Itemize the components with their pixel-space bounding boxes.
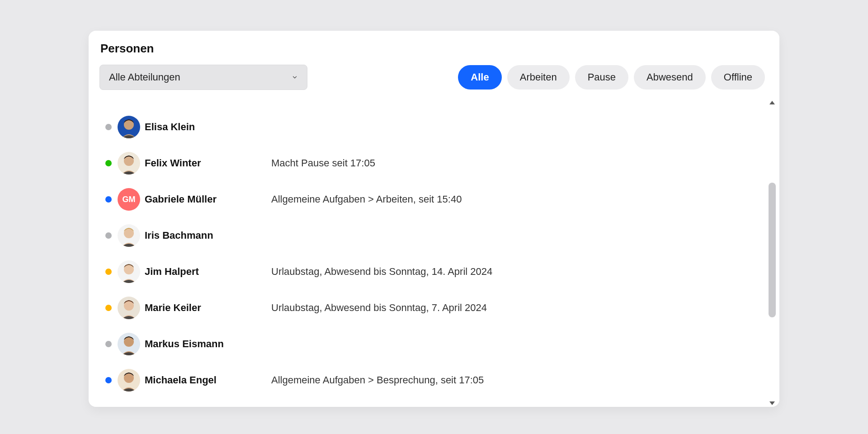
- filter-chip-label: Arbeiten: [520, 71, 557, 83]
- status-filters: AlleArbeitenPauseAbwesendOffline: [458, 65, 765, 90]
- avatar-cell: [118, 260, 145, 283]
- person-row[interactable]: Markus Eismann: [99, 326, 779, 362]
- avatar-cell: [118, 224, 145, 247]
- avatar: [118, 116, 140, 138]
- status-dot-cell: [99, 269, 118, 275]
- person-detail: Allgemeine Aufgaben > Arbeiten, seit 15:…: [271, 193, 779, 205]
- status-dot-cell: [99, 377, 118, 383]
- people-card: Personen Alle Abteilungen AlleArbeitenPa…: [89, 31, 779, 407]
- person-name: Iris Bachmann: [145, 230, 271, 241]
- avatar-cell: GM: [118, 188, 145, 211]
- status-dot-pause: [105, 160, 112, 166]
- avatar: GM: [118, 188, 140, 211]
- person-row[interactable]: Marie KeilerUrlaubstag, Abwesend bis Son…: [99, 290, 779, 326]
- person-name: Gabriele Müller: [145, 193, 271, 205]
- scroll-thumb[interactable]: [769, 183, 776, 318]
- avatar: [118, 297, 140, 319]
- filter-chip-pause[interactable]: Pause: [575, 65, 628, 90]
- person-name: Marie Keiler: [145, 302, 271, 314]
- status-dot-absent: [105, 269, 112, 275]
- person-name: Markus Eismann: [145, 338, 271, 350]
- avatar: [118, 333, 140, 355]
- person-detail: Allgemeine Aufgaben > Besprechung, seit …: [271, 374, 779, 386]
- chevron-down-icon: [292, 74, 298, 80]
- person-detail: Urlaubstag, Abwesend bis Sonntag, 14. Ap…: [271, 266, 779, 278]
- outer-frame: Personen Alle Abteilungen AlleArbeitenPa…: [76, 18, 792, 420]
- status-dot-offline: [105, 341, 112, 347]
- person-name: Elisa Klein: [145, 121, 271, 133]
- status-dot-cell: [99, 160, 118, 166]
- toolbar: Alle Abteilungen AlleArbeitenPauseAbwese…: [99, 65, 779, 90]
- filter-chip-label: Offline: [724, 71, 752, 83]
- person-name: Michaela Engel: [145, 374, 271, 386]
- avatar-cell: [118, 116, 145, 138]
- filter-chip-label: Abwesend: [646, 71, 693, 83]
- avatar: [118, 224, 140, 247]
- person-row[interactable]: GMGabriele MüllerAllgemeine Aufgaben > A…: [99, 181, 779, 217]
- scroll-down-icon[interactable]: [769, 401, 775, 405]
- person-row[interactable]: Michaela EngelAllgemeine Aufgaben > Besp…: [99, 362, 779, 398]
- filter-chip-arbeiten[interactable]: Arbeiten: [507, 65, 570, 90]
- scroll-up-icon[interactable]: [769, 101, 775, 104]
- avatar-cell: [118, 152, 145, 175]
- scroll-track[interactable]: [769, 106, 776, 400]
- status-dot-cell: [99, 124, 118, 130]
- status-dot-offline: [105, 232, 112, 239]
- avatar-cell: [118, 369, 145, 392]
- status-dot-absent: [105, 305, 112, 311]
- status-dot-cell: [99, 305, 118, 311]
- status-dot-cell: [99, 232, 118, 239]
- scrollbar[interactable]: [768, 101, 777, 405]
- person-name: Felix Winter: [145, 157, 271, 169]
- filter-chip-offline[interactable]: Offline: [711, 65, 765, 90]
- person-row[interactable]: Felix WinterMacht Pause seit 17:05: [99, 145, 779, 181]
- department-select[interactable]: Alle Abteilungen: [99, 65, 307, 90]
- page-title: Personen: [100, 42, 779, 56]
- person-detail: Urlaubstag, Abwesend bis Sonntag, 7. Apr…: [271, 302, 779, 314]
- previous-row-cutoff: [99, 99, 779, 109]
- filter-chip-label: Alle: [471, 71, 489, 83]
- person-name: Jim Halpert: [145, 266, 271, 278]
- status-dot-cell: [99, 341, 118, 347]
- status-dot-cell: [99, 196, 118, 203]
- filter-chip-alle[interactable]: Alle: [458, 65, 501, 90]
- avatar-cell: [118, 297, 145, 319]
- avatar: [118, 369, 140, 392]
- status-dot-working: [105, 377, 112, 383]
- person-row[interactable]: Jim HalpertUrlaubstag, Abwesend bis Sonn…: [99, 254, 779, 290]
- department-select-value: Alle Abteilungen: [109, 71, 180, 83]
- filter-chip-abwesend[interactable]: Abwesend: [634, 65, 706, 90]
- person-row[interactable]: Iris Bachmann: [99, 217, 779, 254]
- people-list: Elisa KleinFelix WinterMacht Pause seit …: [99, 99, 779, 407]
- avatar: [118, 152, 140, 175]
- person-row[interactable]: Elisa Klein: [99, 109, 779, 145]
- avatar: [118, 260, 140, 283]
- filter-chip-label: Pause: [588, 71, 616, 83]
- status-dot-working: [105, 196, 112, 203]
- avatar-cell: [118, 333, 145, 355]
- list-wrapper: Elisa KleinFelix WinterMacht Pause seit …: [99, 99, 779, 407]
- status-dot-offline: [105, 124, 112, 130]
- person-detail: Macht Pause seit 17:05: [271, 157, 779, 169]
